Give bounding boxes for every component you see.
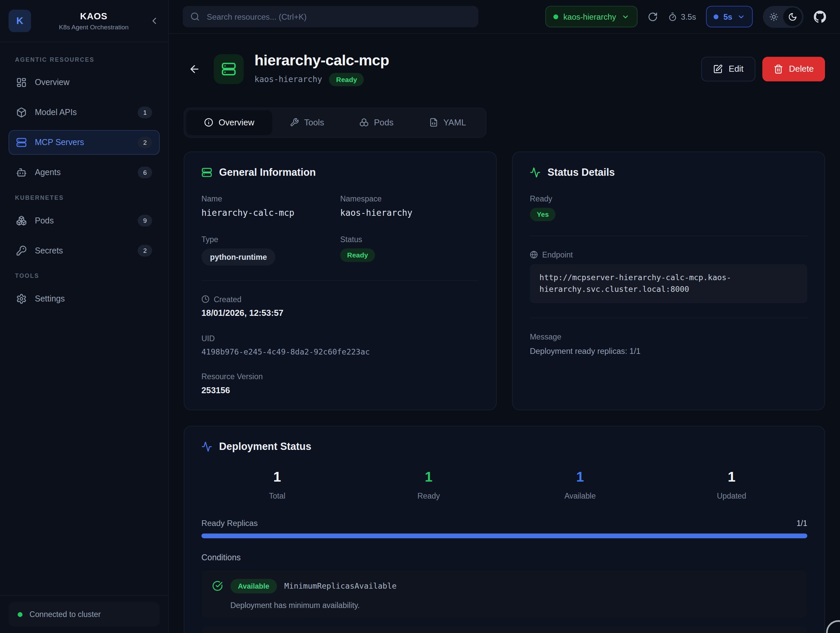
- boxes-icon: [360, 118, 369, 127]
- card-title: General Information: [219, 166, 316, 178]
- edit-button[interactable]: Edit: [701, 57, 755, 82]
- activity-pulse-icon: [530, 167, 540, 178]
- sidebar-item-secrets[interactable]: Secrets 2: [9, 238, 160, 263]
- namespace-value: kaos-hierarchy: [340, 208, 479, 218]
- github-link[interactable]: [814, 10, 826, 23]
- tab-tools[interactable]: Tools: [272, 110, 342, 135]
- condition-message: Deployment has minimum availability.: [212, 601, 797, 609]
- sidebar-header: K KAOS K8s Agent Orchestration: [0, 0, 168, 43]
- tab-bar: Overview Tools Pods YAML: [184, 107, 486, 137]
- chevron-left-icon: [149, 16, 159, 26]
- delete-button-label: Delete: [789, 65, 814, 74]
- condition-reason: MinimumReplicasAvailable: [284, 582, 396, 590]
- namespace-status-dot: [553, 14, 558, 19]
- status-value-badge: Ready: [340, 248, 375, 262]
- section-title-agentic-resources: AGENTIC RESOURCES: [15, 56, 160, 63]
- ready-replicas-value: 1/1: [797, 519, 807, 527]
- divider: [530, 235, 807, 236]
- deployment-status-card: Deployment Status 1 Total 1 Ready 1 Avai…: [184, 426, 825, 633]
- endpoint-label: Endpoint: [530, 251, 807, 259]
- count-badge: 6: [138, 166, 152, 178]
- search-bar[interactable]: [183, 6, 478, 27]
- created-value: 18/01/2026, 12:53:57: [202, 308, 479, 318]
- ready-replicas-progress-track: [202, 533, 807, 538]
- check-circle-icon: [212, 581, 223, 591]
- wrench-icon: [290, 118, 298, 127]
- sidebar-item-pods[interactable]: Pods 9: [9, 208, 160, 233]
- main-content: hierarchy-calc-mcp kaos-hierarchy Ready …: [169, 34, 840, 633]
- sidebar-item-mcp-servers[interactable]: MCP Servers 2: [9, 130, 160, 155]
- load-time-value: 3.5s: [681, 12, 696, 21]
- robot-icon: [16, 167, 27, 178]
- name-value: hierarchy-calc-mcp: [202, 208, 340, 218]
- arrow-left-icon: [188, 63, 200, 75]
- edit-button-label: Edit: [729, 65, 743, 74]
- type-label: Type: [202, 235, 340, 244]
- section-title-kubernetes: KUBERNETES: [15, 194, 160, 201]
- search-icon: [190, 12, 200, 21]
- refresh-button[interactable]: [647, 12, 658, 22]
- sidebar-item-label: Overview: [35, 78, 69, 87]
- github-icon: [814, 10, 826, 23]
- tab-pods[interactable]: Pods: [342, 110, 411, 135]
- deployment-stats: 1 Total 1 Ready 1 Available 1 Updated: [202, 469, 807, 500]
- tab-label: Overview: [218, 118, 254, 128]
- sidebar-item-overview[interactable]: Overview: [9, 70, 160, 95]
- sidebar-collapse-button[interactable]: [149, 16, 159, 26]
- sidebar-item-settings[interactable]: Settings: [9, 286, 160, 311]
- condition-status-badge: Available: [231, 579, 277, 593]
- connection-status-text: Connected to cluster: [29, 610, 101, 619]
- divider: [530, 317, 807, 318]
- namespace-label: Namespace: [340, 194, 479, 203]
- card-title: Deployment Status: [219, 440, 311, 452]
- refresh-icon: [647, 12, 658, 22]
- count-badge: 1: [138, 107, 152, 118]
- moon-icon: [788, 12, 797, 21]
- sun-icon: [769, 12, 778, 21]
- trash-icon: [773, 65, 783, 74]
- sidebar-item-label: Agents: [35, 168, 61, 177]
- key-icon: [16, 245, 27, 256]
- connected-dot-icon: [18, 612, 22, 617]
- tab-overview[interactable]: Overview: [186, 110, 272, 135]
- card-title: Status Details: [548, 166, 615, 178]
- chevron-down-icon: [737, 13, 745, 21]
- search-input[interactable]: [206, 12, 471, 22]
- dark-theme-button[interactable]: [783, 7, 802, 26]
- refresh-interval-selector[interactable]: 5s: [706, 6, 753, 27]
- ready-replicas-progress-fill: [202, 533, 807, 538]
- sidebar-item-agents[interactable]: Agents 6: [9, 160, 160, 185]
- delete-button[interactable]: Delete: [762, 57, 825, 82]
- sidebar-item-model-apis[interactable]: Model APIs 1: [9, 100, 160, 125]
- condition-available: Available MinimumReplicasAvailable Deplo…: [202, 570, 807, 618]
- stat-updated: 1 Updated: [656, 469, 807, 500]
- cube-icon: [16, 107, 27, 118]
- edit-pencil-icon: [713, 65, 723, 74]
- app-subtitle: K8s Agent Orchestration: [39, 23, 149, 31]
- sidebar: K KAOS K8s Agent Orchestration AGENTIC R…: [0, 0, 169, 633]
- stat-total: 1 Total: [202, 469, 353, 500]
- sidebar-nav: AGENTIC RESOURCES Overview Model APIs 1 …: [0, 43, 168, 311]
- gear-icon: [16, 294, 27, 304]
- message-label: Message: [530, 333, 807, 341]
- ready-replicas-label: Ready Replicas: [202, 518, 258, 527]
- page-namespace: kaos-hierarchy: [254, 75, 322, 84]
- count-badge: 2: [138, 136, 152, 148]
- sidebar-item-label: Settings: [35, 294, 65, 304]
- type-value-chip: python-runtime: [202, 248, 276, 265]
- server-icon: [202, 167, 212, 178]
- tab-yaml[interactable]: YAML: [411, 110, 484, 135]
- stopwatch-icon: [668, 12, 677, 21]
- server-icon: [16, 137, 27, 148]
- back-button[interactable]: [184, 59, 205, 80]
- sidebar-item-label: Secrets: [35, 246, 63, 256]
- sidebar-item-label: Model APIs: [35, 108, 77, 117]
- section-title-tools: TOOLS: [15, 273, 160, 279]
- namespace-selector[interactable]: kaos-hierarchy: [545, 6, 638, 27]
- light-theme-button[interactable]: [764, 7, 783, 26]
- dashboard-grid-icon: [16, 77, 27, 88]
- app-screen: K KAOS K8s Agent Orchestration AGENTIC R…: [0, 0, 840, 633]
- status-label: Status: [340, 235, 479, 244]
- tab-label: Pods: [374, 118, 394, 128]
- refresh-interval-value: 5s: [723, 12, 732, 21]
